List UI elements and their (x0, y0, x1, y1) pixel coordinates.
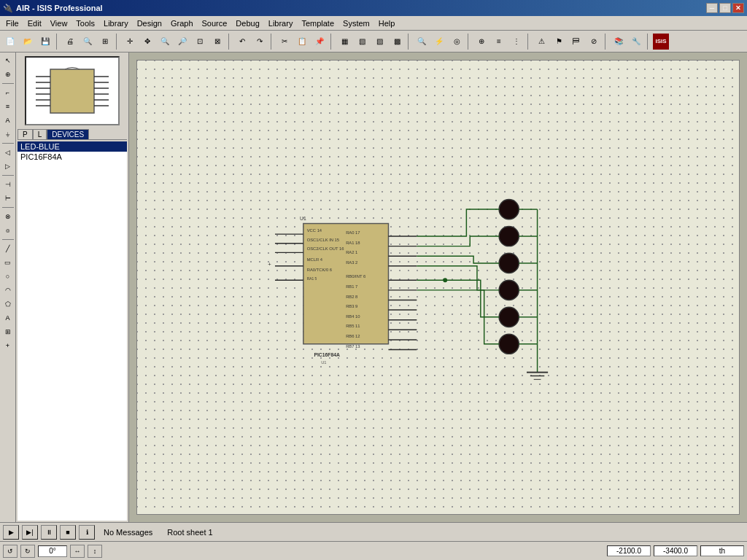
tb-undo[interactable]: ↶ (234, 34, 250, 50)
device-led-blue[interactable]: LED-BLUE (18, 141, 127, 152)
tb-zoomfit[interactable]: ⊡ (192, 34, 208, 50)
tb-sep6 (408, 34, 411, 50)
lt-sep3 (2, 175, 14, 176)
tb-sim1[interactable]: ⚡ (431, 34, 447, 50)
tab-devices[interactable]: DEVICES (47, 129, 89, 139)
tb-zoomin[interactable]: 🔍 (157, 34, 173, 50)
tb-cut[interactable]: ✂ (276, 34, 293, 50)
tb-sep5 (330, 34, 333, 50)
schematic-canvas[interactable]: VCC 14 OSC1/CLK IN 15 OSC2/CLK OUT 16 MC… (136, 60, 740, 515)
tb-sim2[interactable]: ◎ (449, 34, 465, 50)
tab-l[interactable]: L (33, 129, 47, 139)
menu-edit[interactable]: Edit (23, 16, 46, 30)
tab-p[interactable]: P (18, 129, 33, 139)
maximize-button[interactable]: □ (719, 3, 731, 13)
tb-err4[interactable]: ⊘ (586, 34, 602, 50)
rotate-input[interactable] (38, 545, 67, 557)
tool-select[interactable]: ↖ (1, 54, 15, 67)
tb-crosshair[interactable]: ✛ (122, 34, 138, 50)
tb-net2[interactable]: ≡ (491, 34, 507, 50)
tool-bus[interactable]: ≡ (1, 100, 15, 113)
tool-marker[interactable]: + (1, 339, 15, 352)
close-button[interactable]: ✕ (732, 3, 744, 13)
tb-open[interactable]: 📂 (20, 34, 36, 50)
menu-system[interactable]: System (338, 16, 374, 30)
tb-lib2[interactable]: 🔧 (628, 34, 644, 50)
tb-block2[interactable]: ▧ (354, 34, 370, 50)
tool-wire[interactable]: ⌐ (1, 86, 15, 99)
menu-file[interactable]: File (1, 16, 23, 30)
tb-net1[interactable]: ⊕ (473, 34, 489, 50)
rotate-left[interactable]: ↺ (3, 545, 18, 558)
menu-view[interactable]: View (46, 16, 72, 30)
menu-design[interactable]: Design (133, 16, 166, 30)
tb-redo[interactable]: ↷ (252, 34, 268, 50)
tb-copy[interactable]: 📋 (294, 34, 310, 50)
tb-move[interactable]: ✥ (139, 34, 155, 50)
tb-sep2 (116, 34, 119, 50)
info-button[interactable]: ℹ (79, 525, 95, 540)
tool-probe[interactable]: ◁ (1, 146, 15, 159)
tool-symbol[interactable]: ⊞ (1, 325, 15, 338)
svg-text:U1: U1 (321, 360, 326, 365)
main-area: ↖ ⊕ ⌐ ≡ A ⏚ ◁ ▷ ⊣ ⊢ ⊗ ⌾ ╱ ▭ ○ ◠ ⬠ A ⊞ + (0, 52, 747, 522)
step-button[interactable]: ▶| (22, 525, 38, 540)
title-bar: 🔌 AIR - ISIS Professional ─ □ ✕ (0, 0, 747, 16)
tb-err2[interactable]: ⚑ (551, 34, 567, 50)
tb-paste[interactable]: 📌 (311, 34, 328, 50)
tb-zoomall[interactable]: ⊠ (209, 34, 225, 50)
tool-line[interactable]: ╱ (1, 242, 15, 255)
tool-gen[interactable]: ⊗ (1, 210, 15, 223)
tb-lib1[interactable]: 📚 (611, 34, 627, 50)
menu-library[interactable]: Library (99, 16, 133, 30)
flip-v[interactable]: ↕ (88, 545, 102, 558)
pause-button[interactable]: ⏸ (41, 525, 57, 540)
tb-grid[interactable]: ⊞ (97, 34, 113, 50)
menu-debug[interactable]: Debug (231, 16, 263, 30)
flip-h[interactable]: ↔ (70, 545, 85, 558)
tool-arc[interactable]: ◠ (1, 284, 15, 297)
tool-label[interactable]: A (1, 114, 15, 127)
tb-preview[interactable]: 🔍 (80, 34, 96, 50)
tb-zoom-pct[interactable]: 🔍 (414, 34, 430, 50)
tb-isis[interactable]: ISIS (653, 34, 669, 50)
tb-block1[interactable]: ▦ (336, 34, 352, 50)
tb-print[interactable]: 🖨 (62, 34, 78, 50)
tool-circle[interactable]: ○ (1, 270, 15, 283)
menu-source[interactable]: Source (198, 16, 232, 30)
tb-err3[interactable]: ⛿ (568, 34, 584, 50)
stop-button[interactable]: ■ (60, 525, 76, 540)
tb-block3[interactable]: ▨ (371, 34, 387, 50)
tool-rect[interactable]: ▭ (1, 256, 15, 269)
menu-tools[interactable]: Tools (71, 16, 99, 30)
tb-zoomout[interactable]: 🔎 (174, 34, 190, 50)
tb-err1[interactable]: ⚠ (533, 34, 549, 50)
tool-pin[interactable]: ⊢ (1, 192, 15, 205)
play-button[interactable]: ▶ (3, 525, 19, 540)
canvas-area[interactable]: VCC 14 OSC1/CLK IN 15 OSC2/CLK OUT 16 MC… (129, 52, 747, 522)
tool-terminal[interactable]: ⊣ (1, 178, 15, 191)
window-controls: ─ □ ✕ (706, 3, 744, 13)
tool-poly[interactable]: ⬠ (1, 298, 15, 311)
menu-help[interactable]: Help (374, 16, 400, 30)
tb-net3[interactable]: ⋮ (508, 34, 525, 50)
menu-graph[interactable]: Graph (166, 16, 198, 30)
svg-point-57 (499, 334, 519, 354)
device-list[interactable]: LED-BLUE PIC16F84A (18, 141, 127, 521)
minimize-button[interactable]: ─ (706, 3, 718, 13)
svg-rect-0 (50, 69, 94, 113)
tool-text[interactable]: A (1, 311, 15, 324)
tb-new[interactable]: 📄 (2, 34, 18, 50)
tb-block4[interactable]: ▩ (389, 34, 405, 50)
rotate-right[interactable]: ↻ (20, 545, 35, 558)
device-pic16f84a[interactable]: PIC16F84A (18, 152, 127, 162)
tb-sep9 (605, 34, 608, 50)
tool-volt[interactable]: ⌾ (1, 224, 15, 237)
tool-power[interactable]: ⏚ (1, 128, 15, 141)
x-coord: -2100.0 (607, 545, 651, 556)
tb-save[interactable]: 💾 (37, 34, 53, 50)
menu-library2[interactable]: Library (264, 16, 298, 30)
tool-component[interactable]: ⊕ (1, 68, 15, 81)
menu-template[interactable]: Template (297, 16, 338, 30)
tool-tape[interactable]: ▷ (1, 160, 15, 173)
